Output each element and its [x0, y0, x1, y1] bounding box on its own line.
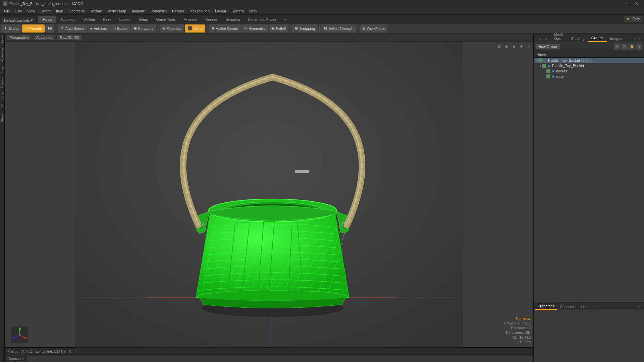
visibility-check-rope[interactable] — [546, 74, 550, 78]
right-panel-expand[interactable]: ⤢ ⤡ — [632, 35, 643, 42]
visibility-check-bucket[interactable] — [546, 69, 550, 73]
command-input[interactable] — [27, 356, 533, 362]
menu-maxtomodo[interactable]: MaxToModo — [187, 7, 212, 15]
right-tab-shading[interactable]: Shading — [568, 35, 588, 42]
groups-info-button[interactable]: ℹ — [636, 44, 642, 50]
visibility-check[interactable] — [538, 58, 542, 62]
tab-layout[interactable]: Layout — [115, 16, 135, 23]
group-expand-arrow[interactable]: ▼ — [535, 59, 538, 62]
viewport[interactable]: ⊡ ⊕ ⊖ ⚙ ⤢ No Items Polygons : Face Chann… — [5, 42, 533, 347]
action-center-button[interactable]: ⊕ Action Center — [209, 24, 241, 33]
menu-item[interactable]: Item — [53, 7, 66, 15]
vtab-curve[interactable]: Curve — [0, 90, 5, 102]
minimize-button[interactable]: — — [612, 0, 621, 7]
tab-scripting[interactable]: Scripting — [222, 16, 244, 23]
props-tab-properties[interactable]: Properties — [535, 303, 557, 310]
props-tab-add[interactable]: + — [591, 303, 597, 310]
advanced-button[interactable]: Advanced — [33, 35, 55, 40]
tab-paint[interactable]: Paint — [99, 16, 115, 23]
viewport-zoom-out-button[interactable]: ⊖ — [511, 43, 517, 50]
groups-list[interactable]: ▼ ⬡ Plastic_Toy_Bucket (2) Group ▶ ▣ Pla… — [534, 58, 644, 302]
layout-selector[interactable]: Default Layouts ▾ — [1, 17, 36, 23]
titlebar-controls[interactable]: — ❐ ✕ — [612, 0, 641, 7]
menu-system[interactable]: System — [229, 7, 247, 15]
close-button[interactable]: ✕ — [632, 0, 641, 7]
vtab-edge[interactable]: Edge — [0, 64, 5, 75]
right-tab-groups[interactable]: Groups — [588, 35, 607, 42]
menu-dynamics[interactable]: Dynamics — [148, 7, 169, 15]
polygons-button[interactable]: ▣ Polygons — [131, 24, 156, 33]
snapping-button[interactable]: ⊞ Snapping — [292, 24, 318, 33]
falloff-button[interactable]: ◉ Falloff — [269, 24, 289, 33]
group-expand-arrow-plastic[interactable]: ▶ — [540, 64, 542, 67]
menu-render[interactable]: Render — [169, 7, 187, 15]
right-tab-add[interactable]: + — [626, 35, 632, 42]
menu-texture[interactable]: Texture — [88, 7, 105, 15]
workplane-button[interactable]: ⊞ WorkPlane — [360, 24, 387, 33]
vtab-items[interactable]: Items — [0, 34, 5, 45]
select-through-button[interactable]: ⊟ Select Through — [321, 24, 356, 33]
right-tab-images[interactable]: Images — [607, 35, 626, 42]
tab-setup[interactable]: Setup — [135, 16, 152, 23]
fill-button[interactable]: Fil — [45, 24, 55, 33]
menu-animate[interactable]: Animate — [129, 7, 148, 15]
symmetry-button[interactable]: ⇔ Symmetry — [241, 24, 268, 33]
vtab-vertexmap[interactable]: Vertex Map — [0, 45, 5, 64]
menu-file[interactable]: File — [1, 7, 13, 15]
tab-model[interactable]: Model — [38, 16, 56, 23]
menu-edit[interactable]: Edit — [13, 7, 24, 15]
props-tab-lists[interactable]: Lists — [578, 304, 591, 310]
materials-button[interactable]: ◈ Materials — [160, 24, 184, 33]
svg-rect-42 — [295, 170, 309, 173]
autoselect-button[interactable]: ⟳ Auto Select — [58, 24, 87, 33]
viewport-expand-button[interactable]: ⤢ — [525, 43, 532, 50]
group-item-plastic[interactable]: ▶ ▣ Plastic_Toy_Bucket — [534, 63, 644, 68]
viewport-settings-button[interactable]: ⚙ — [518, 43, 525, 50]
vtab-polygon[interactable]: Polygon — [0, 75, 5, 90]
props-tab-channels[interactable]: Channels — [557, 304, 578, 310]
group-item-root[interactable]: ▼ ⬡ Plastic_Toy_Bucket (2) Group — [534, 58, 644, 63]
menu-help[interactable]: Help — [247, 7, 260, 15]
maximize-button[interactable]: ❐ — [622, 0, 631, 7]
vtab-fusion[interactable]: Fusion — [0, 111, 5, 124]
right-tab-meshops[interactable]: Mesh Ops — [551, 31, 568, 42]
tab-render[interactable]: Render — [201, 16, 221, 23]
action-center-label: Action Center — [216, 26, 238, 31]
raygl-button[interactable]: Ray GL: Off — [57, 35, 82, 40]
items-button[interactable]: ⬛ Items — [185, 24, 205, 33]
tab-add-button[interactable]: + — [281, 16, 289, 23]
presets-button[interactable]: ⬡ Presets — [22, 24, 45, 33]
vertices-button[interactable]: ● Vertices — [88, 24, 110, 33]
right-panel: Items Mesh Ops Shading Groups Images + ⤢… — [533, 34, 644, 362]
group-item-bucket[interactable]: ▣ bucket — [534, 68, 644, 74]
edges-button[interactable]: ◇ Edges — [110, 24, 130, 33]
visibility-check-plastic[interactable] — [542, 64, 546, 68]
perspective-button[interactable]: Perspective — [7, 35, 31, 40]
command-bar[interactable]: Command — [5, 355, 533, 362]
group-name-rope: rope — [556, 74, 564, 78]
menu-select[interactable]: Select — [38, 7, 53, 15]
props-expand-button[interactable]: ⤢ — [636, 303, 643, 310]
group-item-rope[interactable]: ▣ rope — [534, 74, 644, 79]
new-group-button[interactable]: New Group — [536, 44, 560, 49]
menu-vertexmap[interactable]: Vertex Map — [105, 7, 129, 15]
groups-lock-button[interactable]: 🔒 — [629, 44, 635, 50]
menu-geometry[interactable]: Geometry — [66, 7, 87, 15]
right-tab-items[interactable]: Items — [535, 35, 551, 42]
tab-animate[interactable]: Animate — [180, 16, 201, 23]
groups-eye-button[interactable]: 👁 — [614, 44, 620, 50]
tab-uvedit[interactable]: UVEdit — [79, 16, 99, 23]
tab-schematicfusion[interactable]: Schematic Fusion — [244, 16, 281, 23]
tab-gametools[interactable]: Game Tools — [152, 16, 180, 23]
edges-icon: ◇ — [113, 26, 116, 31]
sculpt-button[interactable]: ✦ Sculpt — [1, 24, 21, 33]
groups-copy-button[interactable]: ⎘ — [621, 44, 627, 50]
group-name-plastic: Plastic_Toy_Bucket — [552, 64, 584, 68]
viewport-zoom-in-button[interactable]: ⊕ — [503, 43, 510, 50]
menu-layout[interactable]: Layout — [212, 7, 229, 15]
vtab-uv[interactable]: UV — [0, 102, 5, 111]
only-button[interactable]: ★ Only — [624, 16, 643, 22]
viewport-fit-button[interactable]: ⊡ — [496, 43, 502, 50]
tab-topology[interactable]: Topology — [56, 16, 79, 23]
menu-view[interactable]: View — [24, 7, 38, 15]
